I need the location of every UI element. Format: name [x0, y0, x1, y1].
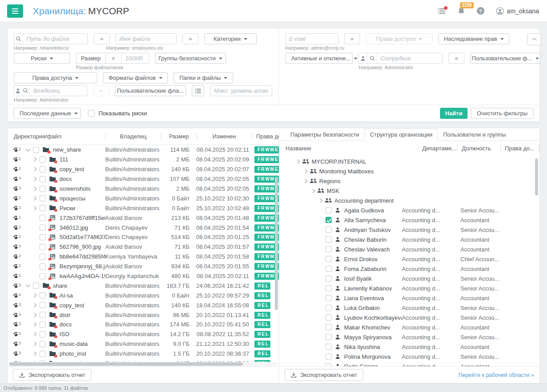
max-depth-input[interactable]	[210, 85, 272, 96]
user-checkbox[interactable]	[325, 217, 332, 223]
collapse-filters-button[interactable]	[527, 33, 541, 45]
owner-search-icon[interactable]	[22, 86, 30, 96]
column-department[interactable]: Департаме...	[418, 145, 457, 152]
table-row[interactable]: 3	[8, 359, 279, 362]
user-checkbox[interactable]	[325, 305, 332, 311]
expand-chevron-icon[interactable]	[294, 158, 302, 165]
user-checkbox[interactable]	[325, 353, 332, 360]
row-checkbox[interactable]	[40, 273, 46, 279]
expand-chevron-icon[interactable]	[31, 331, 39, 338]
user-row[interactable]: Polina Morgunova Accounting d... Senior …	[279, 352, 539, 361]
table-row[interactable]: 4	[8, 290, 279, 300]
search-button[interactable]: Найти	[440, 108, 468, 119]
user-row[interactable]: Alla Sarnycheva Accounting d... Accounta…	[279, 215, 539, 225]
size-input[interactable]	[122, 53, 149, 64]
user-row[interactable]: Ernst Drokov Accounting d... Chief Accou…	[279, 254, 539, 264]
table-row[interactable]: 3	[8, 174, 279, 184]
risks-button[interactable]: Риски	[14, 53, 70, 64]
column-size[interactable]: Размер	[161, 133, 197, 140]
user-checkbox[interactable]	[325, 344, 332, 350]
row-checkbox[interactable]	[40, 176, 46, 182]
horizontal-scrollbar[interactable]	[9, 362, 277, 366]
rights-badge[interactable]: REL	[254, 360, 270, 362]
row-checkbox[interactable]	[40, 195, 46, 201]
table-row[interactable]: 2	[8, 271, 279, 281]
expand-chevron-icon[interactable]	[31, 292, 39, 299]
table-row[interactable]: 2	[8, 213, 279, 223]
notifications-bell-icon[interactable]: 1150	[457, 7, 465, 15]
table-row[interactable]: 2	[8, 262, 279, 271]
table-row[interactable]: 2	[8, 232, 279, 242]
row-checkbox[interactable]	[40, 263, 46, 270]
user-checkbox[interactable]	[325, 324, 332, 330]
user-checkbox[interactable]	[325, 266, 332, 272]
menu-button[interactable]	[7, 4, 23, 18]
expand-chevron-icon[interactable]	[31, 311, 39, 318]
column-modified[interactable]: Изменен	[197, 133, 251, 140]
user-checkbox[interactable]	[325, 363, 332, 366]
tasks-icon[interactable]	[437, 8, 446, 15]
row-checkbox[interactable]	[40, 244, 46, 250]
group-row[interactable]: Regions	[279, 176, 539, 186]
user-row[interactable]: Makar Khomichev Accounting d... Accounta…	[279, 322, 539, 332]
table-row[interactable]: 2	[8, 155, 279, 165]
user-row[interactable]: Cheslav Baburin Accounting d... Accounta…	[279, 235, 539, 244]
user-row[interactable]: Lyubov Kochkorbayeva Accounting d... Sen…	[279, 313, 539, 322]
user-row[interactable]: Liana Eventova Accounting d... Accountan…	[279, 293, 539, 303]
expand-chevron-icon[interactable]	[31, 156, 39, 163]
table-row[interactable]: 3	[8, 184, 279, 194]
table-row[interactable]: 2	[8, 252, 279, 262]
user-flags-button[interactable]: Пользовательские фла...	[115, 85, 186, 96]
rights-badge[interactable]: REL	[254, 312, 270, 319]
clear-filters-button[interactable]: Очистить фильтры	[471, 108, 534, 119]
expand-chevron-icon[interactable]	[31, 185, 39, 192]
table-row[interactable]: 2	[8, 203, 279, 213]
rights-badge[interactable]: REL	[254, 292, 270, 299]
user-row[interactable]: Lavrentiy Kabanov Accounting d... Senior…	[279, 283, 539, 293]
employee-search-icon[interactable]	[368, 53, 377, 63]
user-row[interactable]: Nika Ilyushina Accounting d... Accountan…	[279, 342, 539, 352]
row-checkbox[interactable]	[40, 166, 46, 172]
expand-chevron-icon[interactable]	[31, 166, 39, 173]
expand-chevron-icon[interactable]	[31, 321, 39, 328]
column-directory-file[interactable]: Директория/файл	[8, 133, 105, 140]
security-groups-button[interactable]: Группы безопасности	[155, 53, 226, 64]
expand-chevron-icon[interactable]	[31, 350, 39, 357]
row-checkbox[interactable]	[40, 351, 46, 357]
row-checkbox[interactable]	[40, 234, 46, 240]
expand-chevron-icon[interactable]	[31, 176, 39, 183]
categories-button[interactable]: Категории	[204, 33, 257, 44]
email-input[interactable]	[285, 33, 338, 44]
row-checkbox[interactable]	[40, 224, 46, 231]
row-checkbox[interactable]	[40, 341, 46, 347]
row-checkbox[interactable]	[40, 254, 46, 260]
user-row[interactable]: Iosif Byalik Accounting d... Senior Acco…	[279, 274, 539, 283]
group-row[interactable]: MSK	[279, 186, 539, 196]
group-row[interactable]: MYCORP.INTERNAL	[279, 157, 539, 166]
latest-data-select[interactable]: Последние данные	[13, 108, 81, 119]
rights-badge[interactable]: REL	[254, 282, 270, 290]
expand-chevron-icon[interactable]	[302, 168, 309, 175]
row-checkbox[interactable]	[40, 157, 46, 163]
expand-chevron-icon[interactable]	[24, 146, 32, 153]
employee-input[interactable]	[377, 53, 442, 63]
row-checkbox[interactable]	[40, 321, 46, 328]
row-checkbox[interactable]	[40, 292, 46, 298]
user-checkbox[interactable]	[325, 207, 332, 213]
column-owner[interactable]: Владелец	[106, 133, 161, 140]
access-rights-button[interactable]: Права доступа	[14, 72, 97, 83]
user-row[interactable]: Cheslav Valevach Accounting d... Account…	[279, 244, 539, 254]
show-risks-checkbox[interactable]	[88, 110, 95, 117]
email-operator-select[interactable]: =	[344, 33, 360, 44]
row-checkbox[interactable]	[40, 186, 46, 192]
help-icon[interactable]: ?	[477, 7, 484, 15]
flags-list-icon[interactable]	[192, 85, 204, 96]
rights-badge[interactable]: REL	[254, 321, 270, 328]
user-row[interactable]: Rada Grinina Accounting d... Accountant	[279, 361, 539, 366]
scrollbar-thumb[interactable]	[9, 362, 243, 366]
column-name[interactable]: Название	[285, 145, 418, 152]
row-checkbox[interactable]	[40, 331, 46, 337]
user-row[interactable]: Luka Gribakin Accounting d... Senior Acc…	[279, 303, 539, 313]
vertical-scrollbar[interactable]	[275, 146, 278, 363]
user-checkbox[interactable]	[325, 285, 332, 291]
